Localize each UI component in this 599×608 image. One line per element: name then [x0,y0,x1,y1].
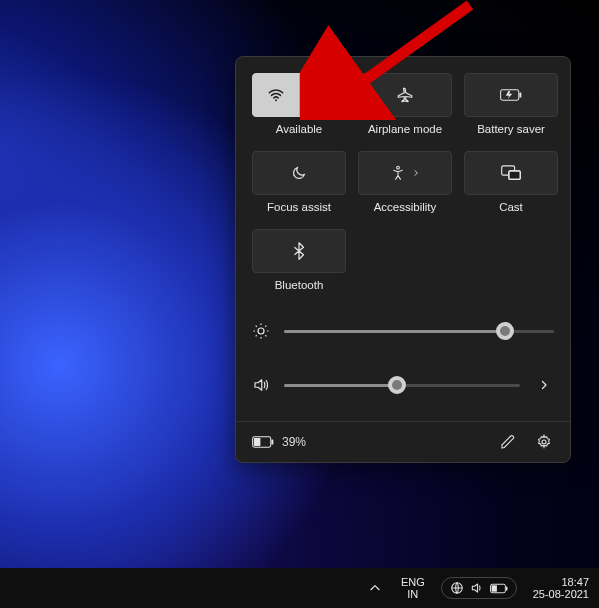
airplane-toggle[interactable] [358,73,452,117]
clock-time: 18:47 [533,576,589,588]
accessibility-icon [390,165,406,181]
svg-point-7 [258,328,264,334]
brightness-icon [252,322,270,340]
chevron-up-icon [368,581,382,595]
cast-toggle[interactable] [464,151,558,195]
battery-saver-icon [500,88,522,102]
svg-rect-2 [519,92,521,97]
battery-saver-toggle[interactable] [464,73,558,117]
clock-date: 25-08-2021 [533,588,589,600]
battery-icon [252,436,274,448]
cast-icon [501,165,521,181]
network-icon [450,581,464,595]
wifi-toggle[interactable] [252,73,346,117]
tile-accessibility: Accessibility [358,151,452,221]
quick-settings-tiles: Available Airplane mode Battery saver [252,73,554,299]
pencil-icon [500,434,516,450]
svg-rect-9 [271,439,273,444]
edit-button[interactable] [498,432,518,452]
svg-point-3 [397,166,400,169]
battery-saver-label: Battery saver [477,123,545,135]
moon-icon [291,165,307,181]
airplane-label: Airplane mode [368,123,442,135]
bluetooth-label: Bluetooth [275,279,324,291]
volume-icon [252,376,270,394]
bluetooth-icon [292,242,306,260]
tile-cast: Cast [464,151,558,221]
accessibility-toggle[interactable] [358,151,452,195]
clock[interactable]: 18:47 25-08-2021 [533,576,589,600]
tile-bluetooth: Bluetooth [252,229,346,299]
sliders-section [252,313,554,403]
tray-overflow-button[interactable] [365,578,385,598]
tile-battery-saver: Battery saver [464,73,558,143]
wifi-label: Available [276,123,322,135]
lang-line1: ENG [401,576,425,588]
volume-expand-button[interactable] [534,375,554,395]
wifi-icon [267,86,285,104]
wifi-expand-button[interactable] [300,74,346,116]
battery-status[interactable]: 39% [252,435,306,449]
chevron-right-icon [412,169,420,177]
volume-row [252,367,554,403]
focus-assist-toggle[interactable] [252,151,346,195]
quick-settings-panel: Available Airplane mode Battery saver [235,56,571,463]
bluetooth-toggle[interactable] [252,229,346,273]
language-indicator[interactable]: ENG IN [401,576,425,600]
taskbar: ENG IN 18:47 25-08-2021 [0,568,599,608]
chevron-right-icon [316,89,328,101]
tile-airplane: Airplane mode [358,73,452,143]
svg-point-11 [542,440,546,444]
battery-percent-text: 39% [282,435,306,449]
tile-wifi: Available [252,73,346,143]
volume-icon [470,581,484,595]
svg-rect-15 [506,586,508,590]
airplane-icon [396,86,414,104]
lang-line2: IN [401,588,425,600]
focus-assist-label: Focus assist [267,201,331,213]
footer-actions [498,432,554,452]
svg-rect-16 [491,585,496,591]
settings-button[interactable] [534,432,554,452]
tile-focus-assist: Focus assist [252,151,346,221]
brightness-slider[interactable] [284,323,554,339]
battery-icon [490,583,508,594]
quick-settings-footer: 39% [236,421,570,462]
system-tray[interactable] [441,577,517,599]
wifi-icon-half[interactable] [253,74,300,116]
svg-rect-5 [509,171,520,180]
brightness-row [252,313,554,349]
volume-slider[interactable] [284,377,520,393]
svg-rect-10 [254,438,260,446]
svg-point-0 [275,99,277,101]
chevron-right-icon [538,379,550,391]
cast-label: Cast [499,201,523,213]
gear-icon [536,434,552,450]
accessibility-label: Accessibility [374,201,437,213]
